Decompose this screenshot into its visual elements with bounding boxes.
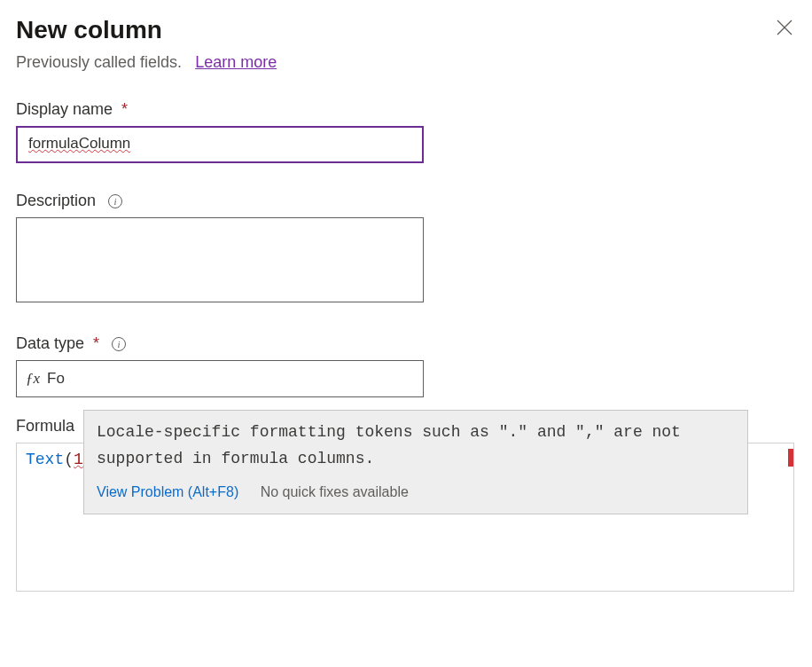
view-problem-link[interactable]: View Problem (Alt+F8) (97, 484, 238, 499)
display-name-value: formulaColumn (28, 135, 130, 152)
formula-token-func: Text (26, 451, 64, 468)
data-type-select[interactable]: ƒx Fo (16, 360, 424, 397)
subheader-text: Previously called fields. (16, 53, 182, 71)
description-input[interactable] (16, 217, 424, 302)
info-icon[interactable]: i (108, 194, 122, 208)
error-tooltip: Locale-specific formatting tokens such a… (83, 410, 748, 514)
description-label: Description i (16, 192, 796, 210)
no-fixes-text: No quick fixes available (261, 484, 409, 499)
formula-token-paren: ( (64, 451, 74, 468)
display-name-label-text: Display name (16, 100, 113, 119)
close-button[interactable] (773, 16, 796, 39)
panel-title: New column (16, 16, 162, 44)
formula-token-arg1: 1 (74, 451, 83, 468)
display-name-input[interactable]: formulaColumn (16, 126, 424, 163)
error-marker-icon (788, 449, 793, 467)
tooltip-message: Locale-specific formatting tokens such a… (97, 420, 735, 472)
description-label-text: Description (16, 192, 96, 210)
panel-subheader: Previously called fields. Learn more (16, 53, 796, 72)
required-asterisk: * (121, 100, 128, 119)
display-name-label: Display name * (16, 100, 796, 119)
required-asterisk: * (93, 334, 99, 353)
fx-icon: ƒx (26, 370, 40, 388)
formula-label-text: Formula (16, 417, 74, 436)
data-type-label-text: Data type (16, 334, 84, 353)
learn-more-link[interactable]: Learn more (195, 53, 277, 71)
data-type-value: Fo (47, 370, 65, 388)
data-type-label: Data type * i (16, 334, 796, 353)
close-icon (777, 20, 792, 35)
info-icon[interactable]: i (112, 337, 126, 351)
